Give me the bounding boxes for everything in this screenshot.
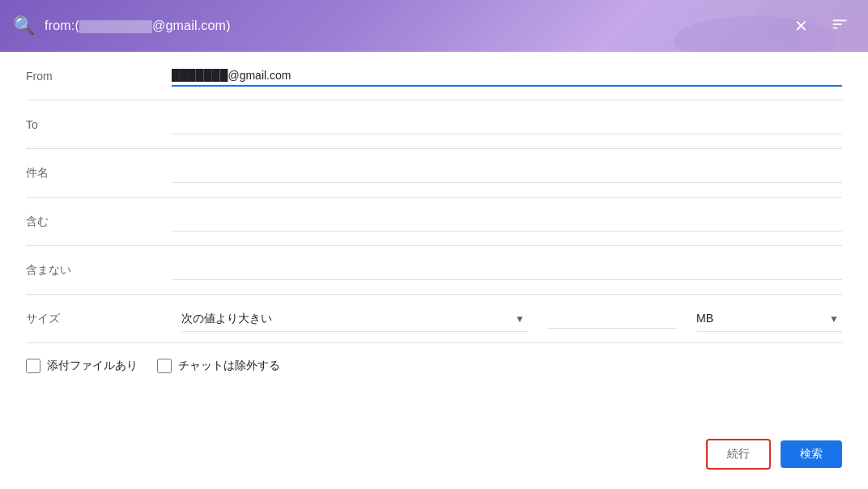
size-comparator-select[interactable]: 次の値より大きい 次の値より小さい (181, 305, 528, 332)
no-chat-checkbox[interactable] (157, 359, 172, 373)
no-words-row: 含まない (26, 246, 842, 295)
search-icon: 🔍 (13, 15, 35, 36)
no-words-input[interactable] (172, 260, 842, 280)
to-label: To (26, 118, 172, 131)
size-comparator-wrapper: 次の値より大きい 次の値より小さい ▼ (181, 305, 528, 332)
has-words-label: 含む (26, 215, 172, 229)
subject-input[interactable] (172, 163, 842, 183)
search-header: 🔍 from:( @gmail.com) ✕ (0, 0, 868, 52)
query-blurred (79, 20, 152, 33)
has-attachment-checkbox[interactable] (26, 359, 40, 373)
size-label: サイズ (26, 312, 172, 326)
continue-button[interactable]: 続行 (706, 439, 771, 470)
filter-icon[interactable] (824, 12, 855, 40)
subject-row: 件名 (26, 149, 842, 198)
search-button[interactable]: 検索 (781, 440, 842, 468)
has-attachment-label: 添付ファイルあり (47, 359, 138, 373)
has-words-row: 含む (26, 198, 842, 246)
close-icon[interactable]: ✕ (788, 13, 815, 39)
size-value-input[interactable] (547, 308, 677, 329)
has-words-input[interactable] (172, 211, 842, 232)
search-query-display: from:( @gmail.com) (45, 19, 778, 33)
query-suffix: @gmail.com) (152, 19, 231, 32)
checkboxes-row: 添付ファイルあり チャットは除外する (26, 343, 842, 389)
from-label: From (26, 70, 172, 83)
size-unit-select[interactable]: MB KB Bytes (696, 305, 842, 332)
button-row: 続行 検索 (26, 426, 842, 470)
query-prefix: from:( (45, 19, 79, 32)
to-input[interactable] (172, 114, 842, 134)
to-row: To (26, 100, 842, 149)
has-attachment-checkbox-item[interactable]: 添付ファイルあり (26, 359, 138, 373)
size-unit-wrapper: MB KB Bytes ▼ (696, 305, 842, 332)
from-input[interactable] (172, 66, 842, 87)
from-row: From (26, 52, 842, 100)
no-chat-checkbox-item[interactable]: チャットは除外する (157, 359, 280, 373)
no-chat-label: チャットは除外する (178, 359, 280, 373)
subject-label: 件名 (26, 166, 172, 181)
no-words-label: 含まない (26, 263, 172, 278)
size-row: サイズ 次の値より大きい 次の値より小さい ▼ MB KB Bytes ▼ (26, 295, 842, 343)
search-filter-form: From To 件名 含む 含まない サイズ 次の値より大きい 次の値より小さい… (0, 52, 868, 489)
